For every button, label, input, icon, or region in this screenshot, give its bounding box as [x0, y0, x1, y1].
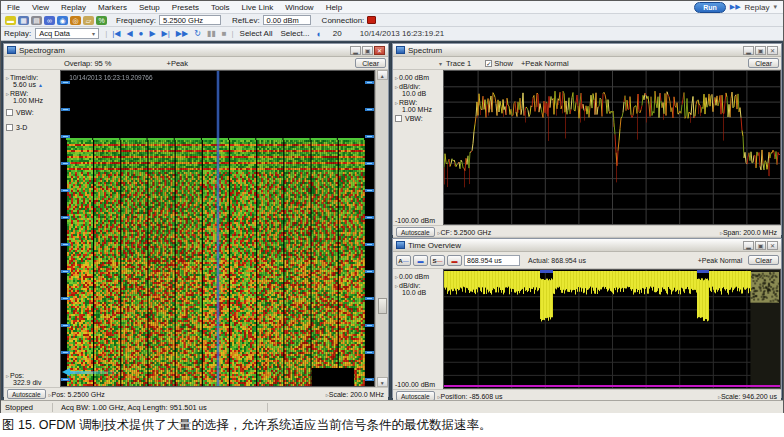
transport-record-icon[interactable]: ●	[136, 29, 147, 38]
minimize-icon[interactable]: ▂	[743, 241, 754, 250]
loop-count-icon[interactable]: ◐	[313, 29, 324, 39]
scroll-thumb[interactable]	[378, 298, 387, 314]
close-icon[interactable]: ✕	[767, 241, 778, 250]
transport-play-icon[interactable]: ▶	[146, 29, 158, 38]
rbw-field[interactable]: 1.00 MHz	[6, 97, 59, 104]
close-icon[interactable]: ✕	[374, 46, 385, 55]
transport-step-back-icon[interactable]: ◀	[123, 29, 135, 38]
analysis-line-button[interactable]: ▬	[413, 255, 428, 266]
transport-fast-forward-icon[interactable]: ▶▶	[173, 29, 191, 38]
db-div-value[interactable]: 10.0 dB	[395, 289, 442, 296]
transport-skip-start-icon[interactable]: |◀	[109, 29, 123, 38]
menu-help[interactable]: Help	[320, 3, 348, 12]
autoscale-button[interactable]: Autoscale	[396, 227, 435, 237]
spectrum-titlebar[interactable]: Spectrum ▂ ▣ ✕	[393, 44, 781, 57]
minimize-icon[interactable]: ▂	[350, 46, 361, 55]
time-overview-canvas[interactable]	[444, 270, 780, 388]
disclosure-icon[interactable]: ▹	[6, 90, 9, 97]
spectrum-marker-s-button[interactable]: S—	[430, 255, 445, 266]
3d-checkbox[interactable]	[6, 124, 13, 131]
menu-live-link[interactable]: Live Link	[236, 3, 280, 12]
spectrogram-canvas[interactable]	[61, 71, 374, 386]
position-readout[interactable]: Position: -85.608 us	[441, 393, 503, 400]
menu-tools[interactable]: Tools	[205, 3, 236, 12]
trace-caret-icon[interactable]: ▾	[439, 60, 446, 67]
clear-button[interactable]: Clear	[748, 255, 779, 265]
disclosure-icon[interactable]: ▹	[6, 74, 9, 81]
analysis-marker-a-button[interactable]: A—	[396, 255, 411, 266]
select-all-button[interactable]: Select All	[236, 29, 277, 38]
toolbar-acquire-icon[interactable]: ◉	[57, 16, 68, 25]
spectrogram-plot[interactable]: 10/14/2013 16:23:19.209766	[60, 70, 375, 387]
connection-indicator-icon[interactable]	[367, 16, 376, 24]
spectrum-line-button[interactable]: ▬	[447, 255, 462, 266]
ref-top-label[interactable]: 0.00 dBm	[399, 273, 429, 280]
toolbar-search-icon[interactable]: ◎	[70, 16, 81, 25]
restore-icon[interactable]: ▣	[755, 241, 766, 250]
toolbar-print-icon[interactable]: ▤	[31, 16, 42, 25]
spectrum-plot[interactable]	[443, 70, 781, 225]
clear-button[interactable]: Clear	[355, 58, 386, 68]
menu-window[interactable]: Window	[279, 3, 319, 12]
disclosure-icon[interactable]: ▹	[395, 282, 398, 289]
pos-readout[interactable]: Pos: 5.2500 GHz	[52, 391, 105, 398]
frequency-field[interactable]: 5.2500 GHz	[159, 15, 221, 25]
reflev-field[interactable]: 0.00 dBm	[263, 15, 311, 25]
show-checkbox[interactable]: ✓	[485, 60, 492, 67]
disclosure-icon[interactable]: ▹	[395, 273, 398, 280]
pos-field[interactable]: 322.9 div	[6, 379, 59, 386]
select-more-button[interactable]: Select...	[276, 29, 313, 38]
time-overview-plot[interactable]	[443, 269, 781, 389]
scale-readout[interactable]: Scale: 946.200 us	[721, 393, 777, 400]
disclosure-icon[interactable]: ▹	[395, 74, 398, 81]
restore-icon[interactable]: ▣	[362, 46, 373, 55]
clear-button[interactable]: Clear	[748, 58, 779, 68]
spectrogram-scrollbar[interactable]: ▲ ▼	[375, 70, 388, 387]
scale-readout[interactable]: Scale: 200.0 MHz	[329, 391, 384, 398]
replay-button[interactable]: Replay	[745, 3, 770, 12]
replay-dropdown-caret-icon[interactable]: ▾	[773, 3, 777, 11]
transport-skip-end-icon[interactable]: ▶|	[159, 29, 173, 38]
toolbar-marker-peak-icon[interactable]: ▬	[5, 16, 16, 25]
time-overview-title: Time Overview	[408, 241, 461, 250]
spectrogram-titlebar[interactable]: Spectrogram ▂ ▣ ✕	[4, 44, 388, 57]
menu-view[interactable]: View	[26, 3, 55, 12]
time-div-label: Time/div:	[10, 74, 38, 81]
minimize-icon[interactable]: ▂	[743, 46, 754, 55]
spectrum-canvas[interactable]	[444, 71, 780, 224]
menu-markers[interactable]: Markers	[92, 3, 133, 12]
transport-stop-icon[interactable]: ■	[219, 29, 230, 38]
menu-file[interactable]: File	[1, 3, 26, 12]
disclosure-icon[interactable]: ▹	[395, 99, 398, 106]
menu-presets[interactable]: Presets	[166, 3, 205, 12]
scroll-up-icon[interactable]: ▲	[377, 70, 388, 80]
cf-readout[interactable]: CF: 5.2500 GHz	[441, 229, 492, 236]
disclosure-icon[interactable]: ▹	[395, 83, 398, 90]
ref-top-label[interactable]: 0.00 dBm	[399, 74, 429, 81]
autoscale-button[interactable]: Autoscale	[7, 389, 46, 399]
toolbar-link-icon[interactable]: ∞	[44, 16, 55, 25]
transport-pause-icon[interactable]: ▮▮	[204, 29, 219, 38]
trace-label[interactable]: Trace 1	[446, 59, 471, 68]
rbw-value[interactable]: 1.00 MHz	[395, 106, 442, 113]
run-button[interactable]: Run	[694, 2, 726, 13]
transport-loop-icon[interactable]: ↻	[191, 29, 204, 38]
analysis-length-input[interactable]: 868.954 us	[464, 255, 520, 266]
menu-replay[interactable]: Replay	[55, 3, 92, 12]
db-div-value[interactable]: 10.0 dB	[395, 90, 442, 97]
toolbar-folder-icon[interactable]: ▱	[83, 16, 94, 25]
vbw-checkbox[interactable]	[6, 109, 13, 116]
replay-source-select[interactable]: Acq Data ▾	[35, 28, 99, 39]
spinner-up-icon[interactable]: ▲	[38, 83, 43, 87]
time-overview-titlebar[interactable]: Time Overview ▂ ▣ ✕	[393, 239, 781, 252]
disclosure-icon[interactable]: ▹	[6, 372, 9, 379]
toolbar-percent-icon[interactable]: %	[96, 16, 107, 25]
scroll-down-icon[interactable]: ▼	[377, 377, 388, 387]
time-div-field[interactable]: 5.60 us▲	[6, 81, 59, 88]
toolbar-save-icon[interactable]: ▦	[18, 16, 29, 25]
restore-icon[interactable]: ▣	[755, 46, 766, 55]
span-readout[interactable]: Span: 200.0 MHz	[723, 229, 777, 236]
vbw-checkbox[interactable]	[395, 115, 402, 122]
menu-setup[interactable]: Setup	[133, 3, 166, 12]
close-icon[interactable]: ✕	[767, 46, 778, 55]
